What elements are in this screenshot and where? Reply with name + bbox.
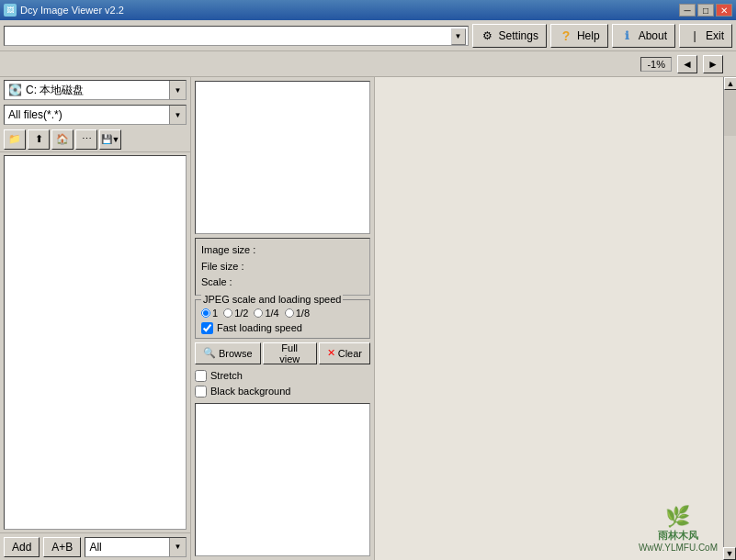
- zoom-toolbar: -1% ◄ ►: [0, 51, 736, 77]
- scale-radio-row: 1 1/2 1/4 1/8: [201, 308, 364, 319]
- browse-icon: 🔍: [203, 347, 216, 359]
- stretch-checkbox[interactable]: [195, 370, 207, 382]
- drive-dropdown-arrow[interactable]: ▼: [169, 81, 186, 99]
- more-button[interactable]: ⋯: [75, 129, 97, 150]
- left-panel: 💽 C: 本地磁盘 ▼ All files(*.*) ▼ 📁 ⬆ 🏠 ⋯ 💾▼ …: [0, 77, 191, 560]
- black-bg-row: Black background: [195, 386, 370, 398]
- image-preview: [195, 81, 370, 234]
- zoom-level: -1%: [640, 57, 672, 72]
- black-bg-checkbox[interactable]: [195, 386, 207, 398]
- all-label: All: [89, 541, 101, 554]
- center-panel: Image size : File size : Scale : JPEG sc…: [191, 77, 375, 560]
- fast-loading-checkbox[interactable]: [201, 322, 213, 334]
- clear-icon: ✕: [327, 347, 335, 359]
- open-folder-button[interactable]: 📁: [4, 129, 26, 150]
- add-button[interactable]: Add: [4, 537, 40, 557]
- watermark-url: WwW.YLMFU.CoM: [639, 543, 718, 553]
- up-button[interactable]: ⬆: [28, 129, 50, 150]
- ab-button[interactable]: A+B: [43, 537, 81, 557]
- jpeg-group: JPEG scale and loading speed 1 1/2 1/4 1…: [195, 299, 370, 339]
- main-toolbar: ▼ ⚙ Settings ? Help ℹ About | Exit: [0, 20, 736, 51]
- filter-combobox[interactable]: All files(*.*) ▼: [4, 105, 187, 125]
- path-combobox[interactable]: ▼: [4, 26, 469, 46]
- action-buttons: 🔍 Browse Full view ✕ Clear: [195, 342, 370, 364]
- path-dropdown-arrow[interactable]: ▼: [451, 28, 466, 45]
- app-icon: 🖼: [4, 4, 17, 17]
- all-combobox[interactable]: All ▼: [85, 537, 187, 557]
- right-panel: ▲ ▼ 🌿 雨林木风 WwW.YLMFU.CoM: [375, 77, 736, 560]
- prev-button[interactable]: ◄: [677, 55, 697, 73]
- stretch-label: Stretch: [210, 370, 243, 381]
- bottom-preview: [195, 403, 370, 556]
- scale-half-radio[interactable]: 1/2: [223, 308, 248, 319]
- black-bg-label: Black background: [210, 386, 290, 397]
- image-size-label: Image size :: [201, 242, 364, 259]
- watermark-text: 雨林木风: [639, 529, 718, 543]
- scale-quarter-radio[interactable]: 1/4: [254, 308, 278, 319]
- next-button[interactable]: ►: [703, 55, 723, 73]
- save-button[interactable]: 💾▼: [99, 129, 121, 150]
- maximize-button[interactable]: □: [697, 4, 714, 17]
- drive-icon: 💽: [8, 84, 22, 96]
- app-title: Dcy Image Viewer v2.2: [20, 5, 124, 16]
- scroll-down-button[interactable]: ▼: [723, 547, 736, 560]
- main-area: 💽 C: 本地磁盘 ▼ All files(*.*) ▼ 📁 ⬆ 🏠 ⋯ 💾▼ …: [0, 77, 736, 560]
- title-bar: 🖼 Dcy Image Viewer v2.2 ─ □ ✕: [0, 0, 736, 20]
- help-button[interactable]: ? Help: [550, 24, 608, 48]
- drive-combobox[interactable]: 💽 C: 本地磁盘 ▼: [4, 80, 187, 100]
- help-icon: ?: [559, 28, 573, 43]
- file-list[interactable]: [4, 155, 187, 530]
- scale-eighth-radio[interactable]: 1/8: [285, 308, 310, 319]
- filter-dropdown-arrow[interactable]: ▼: [169, 106, 186, 124]
- scale-label: Scale :: [201, 274, 364, 291]
- settings-icon: ⚙: [481, 28, 495, 43]
- exit-button[interactable]: | Exit: [679, 24, 732, 48]
- fast-loading-row: Fast loading speed: [201, 322, 364, 334]
- watermark-leaf: 🌿: [639, 505, 718, 529]
- jpeg-legend: JPEG scale and loading speed: [201, 294, 343, 305]
- bottom-controls: Add A+B All ▼: [0, 532, 190, 560]
- about-button[interactable]: ℹ About: [612, 24, 675, 48]
- full-view-button[interactable]: Full view: [263, 342, 317, 364]
- scale-1-radio[interactable]: 1: [201, 308, 218, 319]
- close-button[interactable]: ✕: [716, 4, 732, 17]
- stretch-row: Stretch: [195, 370, 370, 382]
- clear-button[interactable]: ✕ Clear: [319, 342, 370, 364]
- about-icon: ℹ: [620, 28, 635, 43]
- settings-button[interactable]: ⚙ Settings: [472, 24, 547, 48]
- minimize-button[interactable]: ─: [679, 4, 696, 17]
- scroll-up-button[interactable]: ▲: [724, 77, 736, 90]
- options-checkboxes: Stretch Black background: [195, 368, 370, 399]
- all-dropdown-arrow[interactable]: ▼: [169, 538, 186, 556]
- drive-label: C: 本地磁盘: [26, 83, 84, 98]
- watermark: 🌿 雨林木风 WwW.YLMFU.CoM: [639, 505, 718, 553]
- browse-button[interactable]: 🔍 Browse: [195, 342, 261, 364]
- file-toolbar: 📁 ⬆ 🏠 ⋯ 💾▼: [0, 127, 190, 152]
- exit-icon: |: [687, 28, 702, 43]
- filter-label: All files(*.*): [8, 108, 62, 121]
- info-box: Image size : File size : Scale :: [195, 238, 370, 296]
- home-button[interactable]: 🏠: [51, 129, 74, 150]
- fast-loading-label: Fast loading speed: [217, 322, 302, 333]
- right-scrollbar[interactable]: ▲ ▼: [723, 77, 736, 560]
- file-size-label: File size :: [201, 259, 364, 275]
